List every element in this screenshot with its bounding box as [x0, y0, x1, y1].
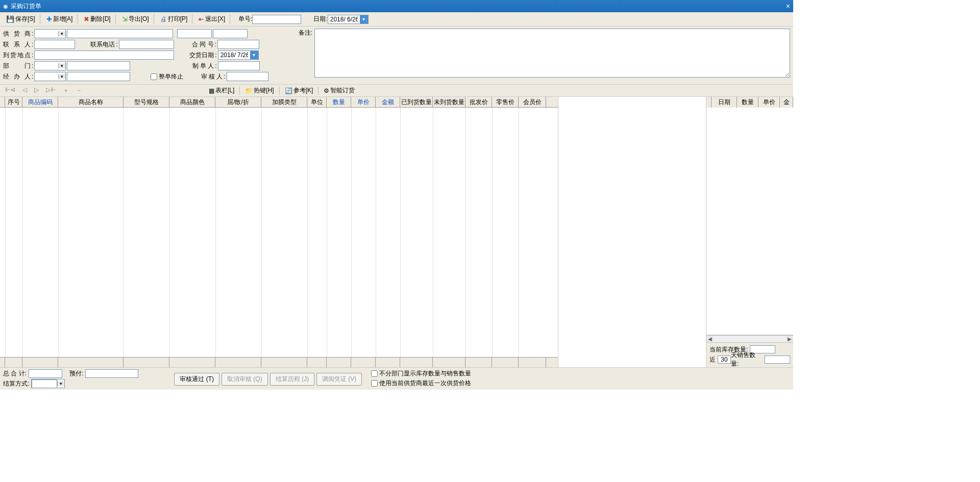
history-button: 结算历程 (J): [270, 373, 314, 386]
total-input[interactable]: [29, 369, 62, 378]
contact-label: 联 系 人: [3, 40, 31, 49]
col-qty[interactable]: 数量: [327, 97, 351, 107]
columns-button[interactable]: ▦表栏[L]: [207, 86, 236, 95]
check-last-price[interactable]: 使用当前供货商最近一次供货价格: [371, 379, 471, 388]
contract-input[interactable]: [217, 40, 259, 49]
form-area: 供 货 商: ▾ 联 系 人: 联系电话: 合 同 号: 到货地点: 交货日期:…: [0, 27, 793, 85]
last-icon[interactable]: ▷⊩: [44, 86, 58, 95]
phone-label: 联系电话: [82, 40, 115, 49]
save-button[interactable]: 💾保存[S]: [3, 14, 38, 24]
scroll-right-icon[interactable]: ▶: [786, 336, 793, 342]
prev-icon[interactable]: ◁: [20, 86, 29, 95]
delivery-date-picker[interactable]: ▾: [218, 50, 259, 60]
remarks-label: 备注:: [289, 29, 312, 37]
remarks-textarea[interactable]: [314, 29, 790, 78]
grid-body[interactable]: [0, 108, 558, 357]
handler-combo[interactable]: ▾: [34, 72, 66, 81]
side-scrollbar[interactable]: ◀ ▶: [706, 335, 793, 342]
plus-icon[interactable]: ＋: [61, 86, 71, 95]
grid-icon: ▦: [209, 87, 214, 94]
side-panel-1: [558, 97, 706, 367]
save-icon: 💾: [6, 15, 14, 23]
side-panel-2: 日期 数量 单价 金 ◀ ▶ 当前库存数量: 近 天销售数量:: [706, 97, 793, 367]
contact-input[interactable]: [34, 40, 75, 49]
col-name[interactable]: 商品名称: [58, 97, 124, 107]
col-retail[interactable]: 零售价: [492, 97, 519, 107]
auditor-input[interactable]: [227, 72, 268, 81]
dept-combo[interactable]: ▾: [34, 61, 66, 70]
side-col-qty[interactable]: 数量: [737, 97, 758, 108]
addr-input[interactable]: [34, 50, 174, 60]
next-icon[interactable]: ▷: [32, 86, 41, 95]
minus-icon[interactable]: －: [74, 86, 84, 95]
export-icon: ⇲: [122, 15, 128, 23]
reference-button[interactable]: 🔄参考[K]: [283, 86, 315, 95]
contract-label: 合 同 号: [183, 40, 214, 49]
first-icon[interactable]: ⊩⊲: [3, 86, 17, 95]
days-input[interactable]: [718, 356, 731, 364]
supplier-combo[interactable]: ▾: [34, 29, 66, 38]
supplier-extra1[interactable]: [177, 29, 212, 38]
terminate-checkbox[interactable]: 整单终止: [151, 72, 183, 81]
supplier-name-input[interactable]: [67, 29, 173, 38]
col-member[interactable]: 会员价: [519, 97, 546, 107]
date-input[interactable]: [328, 15, 360, 23]
delete-icon: ✖: [84, 15, 89, 23]
add-icon: ✚: [46, 15, 52, 23]
voucher-button: 调阅凭证 (V): [316, 373, 362, 386]
order-no-input[interactable]: [252, 15, 301, 24]
delete-button[interactable]: ✖删除[D]: [81, 14, 113, 24]
prepay-label: 预付:: [69, 369, 83, 378]
col-wholesale[interactable]: 批发价: [465, 97, 492, 107]
col-amount[interactable]: 金额: [376, 97, 400, 107]
col-color[interactable]: 商品颜色: [169, 97, 215, 107]
phone-input[interactable]: [119, 40, 174, 49]
hotkey-button[interactable]: 📁热键[H]: [243, 86, 276, 95]
export-button[interactable]: ⇲导出[O]: [119, 14, 152, 24]
title-bar: ◉ 采购订货单 ×: [0, 0, 793, 12]
col-code[interactable]: 商品编码: [22, 97, 58, 107]
print-button[interactable]: 🖨打印[P]: [157, 14, 191, 24]
approve-button[interactable]: 审核通过 (T): [174, 373, 219, 386]
check-all-depts[interactable]: 不分部门显示库存数量与销售数量: [371, 369, 471, 378]
supplier-extra2[interactable]: [213, 29, 248, 38]
maker-input[interactable]: [218, 61, 260, 70]
col-unit[interactable]: 单位: [307, 97, 327, 107]
side-col-date[interactable]: 日期: [712, 97, 737, 108]
scroll-left-icon[interactable]: ◀: [706, 336, 714, 342]
side-col-price[interactable]: 单价: [758, 97, 780, 108]
delivery-date-input[interactable]: [218, 51, 250, 59]
sales-input[interactable]: [765, 356, 790, 364]
settle-label: 结算方式:: [3, 379, 29, 388]
smart-order-button[interactable]: ⚙智能订货: [322, 86, 357, 95]
dept-name-input[interactable]: [67, 61, 130, 70]
addr-label: 到货地点: [3, 51, 31, 60]
smart-icon: ⚙: [324, 87, 329, 94]
settle-combo[interactable]: ▾: [31, 379, 65, 388]
chevron-down-icon[interactable]: ▾: [360, 15, 368, 23]
print-icon: 🖨: [160, 15, 167, 23]
prepay-input[interactable]: [85, 369, 138, 378]
handler-name-input[interactable]: [67, 72, 130, 81]
bottom-bar: 总 合 计: 预付: 结算方式: ▾ 审核通过 (T) 取消审核 (Q) 结算历…: [0, 367, 793, 390]
col-pending[interactable]: 未到货数量: [433, 97, 465, 107]
add-button[interactable]: ✚新增[A]: [43, 14, 76, 24]
side-col-amt[interactable]: 金: [780, 97, 793, 108]
col-sph[interactable]: 屈/散/折: [215, 97, 261, 107]
col-seq[interactable]: 序号: [5, 97, 22, 107]
cancel-audit-button: 取消审核 (Q): [222, 373, 268, 386]
col-price[interactable]: 单价: [351, 97, 376, 107]
total-label: 总 合 计:: [3, 369, 27, 378]
date-picker[interactable]: ▾: [328, 15, 369, 24]
col-arrived[interactable]: 已到货数量: [400, 97, 433, 107]
record-nav: ⊩⊲ ◁ ▷ ▷⊩ ＋ －: [3, 86, 84, 95]
col-coating[interactable]: 加膜类型: [261, 97, 307, 107]
main-grid[interactable]: 序号 商品编码 商品名称 型号规格 商品颜色 屈/散/折 加膜类型 单位 数量 …: [0, 97, 558, 367]
chevron-down-icon[interactable]: ▾: [250, 51, 258, 59]
toolbar: 💾保存[S] ✚新增[A] ✖删除[D] ⇲导出[O] 🖨打印[P] ⇤退出[X…: [0, 12, 793, 27]
col-model[interactable]: 型号规格: [124, 97, 169, 107]
dept-label: 部 门: [3, 62, 31, 70]
close-icon[interactable]: ×: [786, 2, 790, 10]
side-grid-body[interactable]: [706, 108, 793, 335]
exit-button[interactable]: ⇤退出[X]: [195, 14, 228, 24]
